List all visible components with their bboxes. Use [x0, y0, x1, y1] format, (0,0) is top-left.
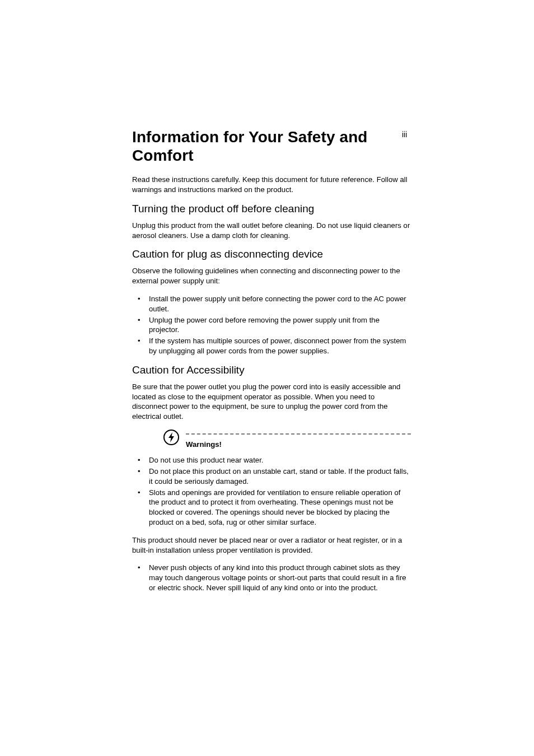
list-item: If the system has multiple sources of po… — [132, 336, 411, 356]
list-item: Unplug the power cord before removing th… — [132, 315, 411, 335]
section2-heading: Caution for plug as disconnecting device — [132, 248, 411, 260]
list-item: Never push objects of any kind into this… — [132, 563, 411, 592]
section3-body: Be sure that the power outlet you plug t… — [132, 382, 411, 422]
warnings-list-1: Do not use this product near water. Do n… — [132, 455, 411, 528]
list-item: Do not use this product near water. — [132, 455, 411, 465]
warnings-mid-paragraph: This product should never be placed near… — [132, 535, 411, 556]
warning-callout: Warnings! — [163, 430, 411, 449]
warnings-label: Warnings! — [186, 440, 411, 449]
section1-heading: Turning the product off before cleaning — [132, 203, 411, 215]
list-item: Slots and openings are provided for vent… — [132, 488, 411, 528]
section3-heading: Caution for Accessibility — [132, 364, 411, 376]
section1-body: Unplug this product from the wall outlet… — [132, 221, 411, 241]
list-item: Install the power supply unit before con… — [132, 294, 411, 314]
page-content: Information for Your Safety and Comfort … — [132, 128, 411, 601]
list-item: Do not place this product on an unstable… — [132, 466, 411, 487]
lightning-icon — [163, 430, 179, 445]
intro-paragraph: Read these instructions carefully. Keep … — [132, 175, 411, 195]
warnings-list-2: Never push objects of any kind into this… — [132, 563, 411, 592]
section2-list: Install the power supply unit before con… — [132, 294, 411, 356]
page-title: Information for Your Safety and Comfort — [132, 128, 411, 165]
section2-body: Observe the following guidelines when co… — [132, 266, 411, 286]
